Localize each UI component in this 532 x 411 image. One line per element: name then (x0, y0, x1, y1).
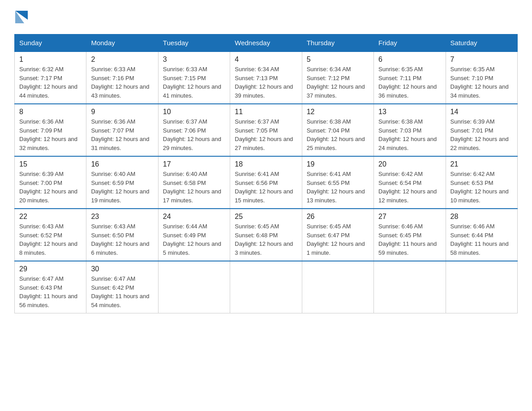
weekday-header-saturday: Saturday (446, 34, 517, 52)
day-info: Sunrise: 6:36 AMSunset: 7:07 PMDaylight:… (91, 117, 153, 152)
calendar-day-12: 12 Sunrise: 6:38 AMSunset: 7:04 PMDaylig… (302, 104, 373, 156)
day-info: Sunrise: 6:37 AMSunset: 7:06 PMDaylight:… (163, 117, 225, 152)
day-number: 13 (378, 108, 441, 116)
weekday-header-sunday: Sunday (15, 34, 86, 52)
day-info: Sunrise: 6:40 AMSunset: 6:59 PMDaylight:… (91, 170, 153, 205)
day-number: 29 (19, 265, 82, 273)
day-info: Sunrise: 6:45 AMSunset: 6:48 PMDaylight:… (235, 222, 297, 257)
day-info: Sunrise: 6:36 AMSunset: 7:09 PMDaylight:… (19, 117, 82, 152)
calendar-day-2: 2 Sunrise: 6:33 AMSunset: 7:16 PMDayligh… (86, 51, 158, 104)
calendar-week-4: 22 Sunrise: 6:43 AMSunset: 6:52 PMDaylig… (15, 209, 518, 261)
day-number: 3 (163, 56, 225, 64)
day-number: 4 (235, 56, 297, 64)
day-number: 14 (450, 108, 513, 116)
logo-icon (15, 11, 28, 23)
calendar-day-24: 24 Sunrise: 6:44 AMSunset: 6:49 PMDaylig… (158, 209, 230, 261)
calendar-week-1: 1 Sunrise: 6:32 AMSunset: 7:17 PMDayligh… (15, 51, 518, 104)
day-info: Sunrise: 6:39 AMSunset: 7:01 PMDaylight:… (450, 117, 513, 152)
calendar-day-13: 13 Sunrise: 6:38 AMSunset: 7:03 PMDaylig… (374, 104, 446, 156)
day-info: Sunrise: 6:43 AMSunset: 6:52 PMDaylight:… (19, 222, 82, 257)
logo (14, 11, 26, 23)
calendar-day-29: 29 Sunrise: 6:47 AMSunset: 6:43 PMDaylig… (15, 261, 86, 313)
day-number: 21 (450, 160, 513, 168)
day-info: Sunrise: 6:42 AMSunset: 6:54 PMDaylight:… (378, 170, 441, 205)
calendar-week-2: 8 Sunrise: 6:36 AMSunset: 7:09 PMDayligh… (15, 104, 518, 156)
day-number: 9 (91, 108, 153, 116)
calendar-day-23: 23 Sunrise: 6:43 AMSunset: 6:50 PMDaylig… (86, 209, 158, 261)
day-info: Sunrise: 6:34 AMSunset: 7:12 PMDaylight:… (307, 65, 369, 100)
day-number: 2 (91, 56, 153, 64)
day-number: 1 (19, 56, 82, 64)
empty-cell (446, 261, 517, 313)
weekday-header-monday: Monday (86, 34, 158, 52)
day-info: Sunrise: 6:33 AMSunset: 7:15 PMDaylight:… (163, 65, 225, 100)
day-number: 24 (163, 213, 225, 221)
day-number: 25 (235, 213, 297, 221)
weekday-header-friday: Friday (374, 34, 446, 52)
calendar-day-6: 6 Sunrise: 6:35 AMSunset: 7:11 PMDayligh… (374, 51, 446, 104)
empty-cell (230, 261, 302, 313)
calendar-day-4: 4 Sunrise: 6:34 AMSunset: 7:13 PMDayligh… (230, 51, 302, 104)
day-info: Sunrise: 6:43 AMSunset: 6:50 PMDaylight:… (91, 222, 153, 257)
day-info: Sunrise: 6:35 AMSunset: 7:10 PMDaylight:… (450, 65, 513, 100)
day-number: 10 (163, 108, 225, 116)
day-number: 12 (307, 108, 369, 116)
day-number: 18 (235, 160, 297, 168)
day-info: Sunrise: 6:46 AMSunset: 6:44 PMDaylight:… (450, 222, 513, 257)
calendar-day-10: 10 Sunrise: 6:37 AMSunset: 7:06 PMDaylig… (158, 104, 230, 156)
calendar-day-9: 9 Sunrise: 6:36 AMSunset: 7:07 PMDayligh… (86, 104, 158, 156)
calendar-day-26: 26 Sunrise: 6:45 AMSunset: 6:47 PMDaylig… (302, 209, 373, 261)
calendar-day-5: 5 Sunrise: 6:34 AMSunset: 7:12 PMDayligh… (302, 51, 373, 104)
calendar-day-28: 28 Sunrise: 6:46 AMSunset: 6:44 PMDaylig… (446, 209, 517, 261)
day-info: Sunrise: 6:47 AMSunset: 6:43 PMDaylight:… (19, 274, 82, 309)
day-number: 28 (450, 213, 513, 221)
day-info: Sunrise: 6:32 AMSunset: 7:17 PMDaylight:… (19, 65, 82, 100)
day-number: 8 (19, 108, 82, 116)
day-info: Sunrise: 6:38 AMSunset: 7:03 PMDaylight:… (378, 117, 441, 152)
calendar-week-5: 29 Sunrise: 6:47 AMSunset: 6:43 PMDaylig… (15, 261, 518, 313)
day-info: Sunrise: 6:38 AMSunset: 7:04 PMDaylight:… (307, 117, 369, 152)
day-info: Sunrise: 6:37 AMSunset: 7:05 PMDaylight:… (235, 117, 297, 152)
calendar-day-16: 16 Sunrise: 6:40 AMSunset: 6:59 PMDaylig… (86, 156, 158, 209)
day-number: 17 (163, 160, 225, 168)
calendar-day-21: 21 Sunrise: 6:42 AMSunset: 6:53 PMDaylig… (446, 156, 517, 209)
calendar-day-19: 19 Sunrise: 6:41 AMSunset: 6:55 PMDaylig… (302, 156, 373, 209)
day-info: Sunrise: 6:40 AMSunset: 6:58 PMDaylight:… (163, 170, 225, 205)
day-number: 27 (378, 213, 441, 221)
day-number: 16 (91, 160, 153, 168)
day-number: 7 (450, 56, 513, 64)
calendar-day-20: 20 Sunrise: 6:42 AMSunset: 6:54 PMDaylig… (374, 156, 446, 209)
weekday-header-row: SundayMondayTuesdayWednesdayThursdayFrid… (15, 34, 518, 52)
weekday-header-thursday: Thursday (302, 34, 373, 52)
calendar-day-18: 18 Sunrise: 6:41 AMSunset: 6:56 PMDaylig… (230, 156, 302, 209)
day-info: Sunrise: 6:41 AMSunset: 6:56 PMDaylight:… (235, 170, 297, 205)
calendar-day-25: 25 Sunrise: 6:45 AMSunset: 6:48 PMDaylig… (230, 209, 302, 261)
weekday-header-tuesday: Tuesday (158, 34, 230, 52)
day-number: 6 (378, 56, 441, 64)
calendar-day-15: 15 Sunrise: 6:39 AMSunset: 7:00 PMDaylig… (15, 156, 86, 209)
weekday-header-wednesday: Wednesday (230, 34, 302, 52)
day-info: Sunrise: 6:45 AMSunset: 6:47 PMDaylight:… (307, 222, 369, 257)
calendar-header: SundayMondayTuesdayWednesdayThursdayFrid… (15, 34, 518, 52)
empty-cell (302, 261, 373, 313)
calendar-table: SundayMondayTuesdayWednesdayThursdayFrid… (14, 34, 518, 313)
day-info: Sunrise: 6:44 AMSunset: 6:49 PMDaylight:… (163, 222, 225, 257)
day-number: 5 (307, 56, 369, 64)
day-info: Sunrise: 6:42 AMSunset: 6:53 PMDaylight:… (450, 170, 513, 205)
calendar-day-27: 27 Sunrise: 6:46 AMSunset: 6:45 PMDaylig… (374, 209, 446, 261)
day-info: Sunrise: 6:35 AMSunset: 7:11 PMDaylight:… (378, 65, 441, 100)
calendar-week-3: 15 Sunrise: 6:39 AMSunset: 7:00 PMDaylig… (15, 156, 518, 209)
calendar-day-3: 3 Sunrise: 6:33 AMSunset: 7:15 PMDayligh… (158, 51, 230, 104)
empty-cell (374, 261, 446, 313)
calendar-day-8: 8 Sunrise: 6:36 AMSunset: 7:09 PMDayligh… (15, 104, 86, 156)
calendar-day-11: 11 Sunrise: 6:37 AMSunset: 7:05 PMDaylig… (230, 104, 302, 156)
day-info: Sunrise: 6:33 AMSunset: 7:16 PMDaylight:… (91, 65, 153, 100)
calendar-day-17: 17 Sunrise: 6:40 AMSunset: 6:58 PMDaylig… (158, 156, 230, 209)
day-number: 20 (378, 160, 441, 168)
empty-cell (158, 261, 230, 313)
day-number: 22 (19, 213, 82, 221)
calendar-day-7: 7 Sunrise: 6:35 AMSunset: 7:10 PMDayligh… (446, 51, 517, 104)
day-number: 15 (19, 160, 82, 168)
day-number: 19 (307, 160, 369, 168)
calendar-body: 1 Sunrise: 6:32 AMSunset: 7:17 PMDayligh… (15, 51, 518, 313)
